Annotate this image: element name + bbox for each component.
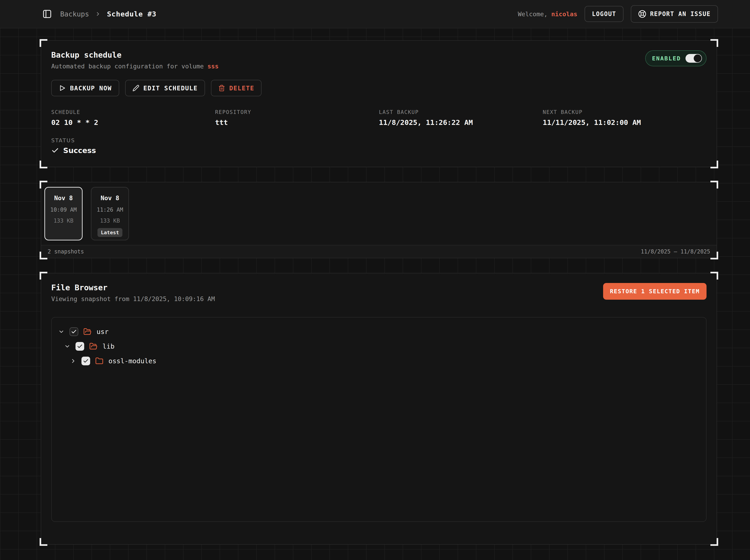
schedule-card-subtitle: Automated backup configuration for volum… — [51, 63, 219, 70]
status-label: STATUS — [51, 138, 707, 143]
snapshot-range: 11/8/2025 – 11/8/2025 — [641, 248, 710, 255]
status-value: Success — [63, 146, 96, 155]
field-schedule: SCHEDULE 02 10 * * 2 — [51, 109, 215, 126]
toggle-switch[interactable] — [686, 54, 702, 63]
file-tree: usr lib ossl-modules — [51, 317, 707, 522]
corner-bracket — [710, 538, 718, 546]
chevron-down-icon[interactable] — [64, 343, 71, 349]
latest-badge: Latest — [97, 228, 122, 237]
snapshot-size: 133 KB — [54, 218, 74, 224]
toggle-knob — [694, 55, 702, 62]
corner-bracket — [710, 39, 718, 47]
field-value: 02 10 * * 2 — [51, 118, 215, 126]
restore-selected-button[interactable]: RESTORE 1 SELECTED ITEM — [603, 283, 707, 300]
field-status: STATUS Success — [51, 138, 707, 155]
field-label: REPOSITORY — [215, 109, 379, 115]
tree-row-usr[interactable]: usr — [58, 324, 700, 339]
top-bar: Backups Schedule #3 Welcome, nicolas LOG… — [0, 0, 750, 28]
snapshot-timeline: Nov 8 10:09 AM 133 KB Nov 8 11:26 AM 133… — [41, 182, 717, 258]
checkbox-checked[interactable] — [81, 357, 90, 365]
field-repository: REPOSITORY ttt — [215, 109, 379, 126]
snapshot-time: 10:09 AM — [50, 206, 77, 213]
folder-open-icon — [89, 342, 97, 351]
tree-label: lib — [102, 342, 114, 350]
corner-bracket — [710, 272, 718, 280]
enabled-label: ENABLED — [652, 55, 681, 62]
edit-schedule-button[interactable]: EDIT SCHEDULE — [125, 80, 205, 96]
snapshot-card-latest[interactable]: Nov 8 11:26 AM 133 KB Latest — [91, 187, 129, 240]
corner-bracket — [40, 538, 47, 546]
field-label: LAST BACKUP — [379, 109, 543, 115]
corner-bracket — [40, 161, 47, 168]
file-browser-card: File Browser Viewing snapshot from 11/8/… — [41, 273, 717, 545]
panel-left-icon — [42, 9, 52, 19]
sidebar-toggle-button[interactable] — [42, 9, 52, 19]
snapshot-date: Nov 8 — [54, 195, 73, 202]
field-next-backup: NEXT BACKUP 11/11/2025, 11:02:00 AM — [543, 109, 707, 126]
field-label: SCHEDULE — [51, 109, 215, 115]
file-browser-subtitle: Viewing snapshot from 11/8/2025, 10:09:1… — [51, 295, 215, 302]
chevron-down-icon[interactable] — [58, 328, 64, 335]
username: nicolas — [551, 11, 577, 18]
delete-button[interactable]: DELETE — [211, 80, 262, 96]
enabled-toggle[interactable]: ENABLED — [645, 50, 707, 66]
folder-icon — [95, 357, 103, 365]
schedule-card-title: Backup schedule — [51, 50, 219, 59]
snapshot-date: Nov 8 — [101, 195, 119, 202]
tree-label: usr — [97, 328, 108, 336]
field-last-backup: LAST BACKUP 11/8/2025, 11:26:22 AM — [379, 109, 543, 126]
tree-label: ossl-modules — [108, 357, 157, 365]
file-browser-title: File Browser — [51, 283, 215, 292]
report-issue-button[interactable]: REPORT AN ISSUE — [631, 5, 718, 23]
field-value: 11/11/2025, 11:02:00 AM — [543, 118, 707, 126]
pencil-icon — [133, 85, 139, 92]
snapshot-size: 133 KB — [100, 218, 120, 224]
welcome-text: Welcome, nicolas — [518, 11, 577, 18]
lifebuoy-icon — [638, 10, 646, 18]
breadcrumb: Backups Schedule #3 — [60, 10, 157, 18]
snapshot-count: 2 snapshots — [47, 248, 84, 255]
corner-bracket — [710, 161, 718, 168]
check-icon — [51, 147, 59, 155]
snapshot-card-selected[interactable]: Nov 8 10:09 AM 133 KB — [44, 187, 83, 240]
backup-schedule-card: Backup schedule Automated backup configu… — [41, 40, 717, 167]
tree-row-ossl-modules[interactable]: ossl-modules — [58, 354, 700, 368]
tree-row-lib[interactable]: lib — [58, 339, 700, 354]
field-label: NEXT BACKUP — [543, 109, 707, 115]
corner-bracket — [40, 39, 47, 47]
chevron-right-icon — [95, 11, 101, 17]
backup-now-button[interactable]: BACKUP NOW — [51, 80, 119, 96]
folder-open-icon — [83, 327, 92, 336]
breadcrumb-parent[interactable]: Backups — [60, 10, 89, 18]
corner-bracket — [40, 272, 47, 280]
breadcrumb-current: Schedule #3 — [107, 10, 156, 18]
trash-icon — [218, 85, 225, 92]
field-value: 11/8/2025, 11:26:22 AM — [379, 118, 543, 126]
logout-button[interactable]: LOGOUT — [585, 6, 624, 22]
field-value: ttt — [215, 118, 379, 126]
snapshot-footer: 2 snapshots 11/8/2025 – 11/8/2025 — [41, 245, 716, 258]
snapshot-time: 11:26 AM — [97, 206, 123, 213]
checkbox-checked[interactable] — [76, 342, 84, 351]
play-icon — [59, 84, 66, 92]
checkbox-mixed[interactable] — [70, 327, 78, 336]
chevron-right-icon[interactable] — [70, 358, 76, 364]
volume-name: sss — [208, 63, 219, 70]
